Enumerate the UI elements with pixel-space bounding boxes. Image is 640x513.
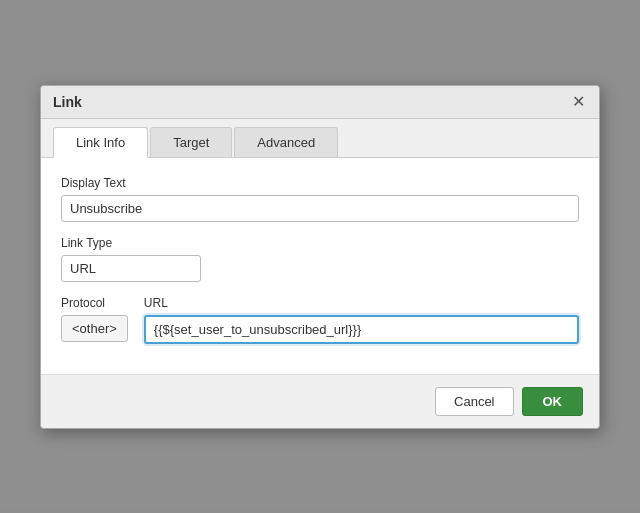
protocol-button[interactable]: <other> (61, 315, 128, 342)
url-label: URL (144, 296, 579, 310)
dialog-footer: Cancel OK (41, 374, 599, 428)
link-type-group: Link Type (61, 236, 579, 282)
link-type-label: Link Type (61, 236, 579, 250)
link-type-input[interactable] (61, 255, 201, 282)
dialog-body: Display Text Link Type Protocol <other> … (41, 158, 599, 374)
protocol-group: Protocol <other> (61, 296, 128, 342)
link-dialog: Link ✕ Link Info Target Advanced Display… (40, 85, 600, 429)
display-text-input[interactable] (61, 195, 579, 222)
protocol-url-row: Protocol <other> URL (61, 296, 579, 344)
display-text-group: Display Text (61, 176, 579, 222)
ok-button[interactable]: OK (522, 387, 584, 416)
protocol-label: Protocol (61, 296, 128, 310)
tab-link-info[interactable]: Link Info (53, 127, 148, 158)
tab-target[interactable]: Target (150, 127, 232, 157)
url-group: URL (144, 296, 579, 344)
cancel-button[interactable]: Cancel (435, 387, 513, 416)
url-input[interactable] (144, 315, 579, 344)
dialog-titlebar: Link ✕ (41, 86, 599, 119)
dialog-title: Link (53, 94, 82, 110)
tab-advanced[interactable]: Advanced (234, 127, 338, 157)
dialog-overlay: Link ✕ Link Info Target Advanced Display… (0, 0, 640, 513)
tabs-container: Link Info Target Advanced (41, 119, 599, 158)
close-button[interactable]: ✕ (570, 94, 587, 110)
display-text-label: Display Text (61, 176, 579, 190)
